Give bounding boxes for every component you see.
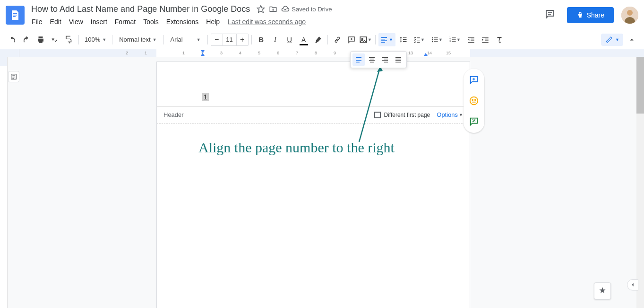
- underline-button[interactable]: U: [283, 33, 296, 46]
- separator: [207, 35, 208, 44]
- outline-toggle-button[interactable]: [8, 71, 19, 82]
- decrease-font-button[interactable]: −: [211, 34, 223, 45]
- comment-history-icon[interactable]: [541, 5, 559, 26]
- docs-home-icon[interactable]: [6, 6, 25, 25]
- align-center-button[interactable]: [366, 53, 378, 66]
- chevron-down-icon: ▼: [102, 37, 106, 42]
- separator: [251, 35, 252, 44]
- checklist-button[interactable]: ▼: [411, 33, 428, 46]
- paint-format-button[interactable]: [62, 33, 76, 46]
- insert-link-button[interactable]: [331, 33, 344, 46]
- menu-insert[interactable]: Insert: [87, 16, 111, 27]
- svg-rect-2: [13, 16, 16, 17]
- svg-point-80: [475, 99, 476, 100]
- svg-rect-68: [382, 57, 388, 58]
- explore-button[interactable]: [594, 282, 611, 299]
- svg-rect-30: [471, 38, 474, 39]
- avatar[interactable]: [621, 7, 638, 24]
- italic-button[interactable]: I: [269, 33, 282, 46]
- menu-tools[interactable]: Tools: [140, 16, 162, 27]
- svg-text:2: 2: [126, 51, 128, 55]
- menu-file[interactable]: File: [28, 16, 46, 27]
- page: 1 Header Different first page Options ▼: [156, 62, 470, 308]
- print-button[interactable]: [34, 33, 47, 46]
- menu-edit[interactable]: Edit: [47, 16, 65, 27]
- svg-rect-35: [485, 40, 489, 41]
- svg-text:3: 3: [449, 40, 451, 43]
- chevron-down-icon: ▼: [153, 37, 157, 42]
- zoom-select[interactable]: 100%▼: [82, 34, 109, 45]
- star-icon[interactable]: [257, 5, 265, 13]
- decrease-indent-button[interactable]: [464, 33, 478, 46]
- titlebar: How to Add Last Name and Page Number in …: [0, 0, 644, 30]
- align-right-button[interactable]: [379, 53, 391, 66]
- svg-rect-67: [370, 62, 374, 62]
- svg-rect-34: [485, 38, 489, 39]
- header-area[interactable]: 1: [157, 62, 470, 106]
- editing-mode-button[interactable]: ▼: [601, 34, 623, 46]
- font-size-input[interactable]: [223, 34, 237, 45]
- increase-indent-button[interactable]: [479, 33, 492, 46]
- side-panel-expand-button[interactable]: [627, 279, 638, 290]
- align-justify-button[interactable]: [392, 53, 404, 66]
- title-section: How to Add Last Name and Page Number in …: [28, 3, 541, 27]
- last-edit-link[interactable]: Last edit was seconds ago: [228, 18, 306, 26]
- header-options-dropdown[interactable]: Options ▼: [437, 111, 463, 118]
- saved-status-text: Saved to Drive: [292, 6, 332, 13]
- header-options-bar: Header Different first page Options ▼: [157, 106, 470, 123]
- svg-rect-14: [381, 39, 385, 39]
- document-canvas[interactable]: 1 Header Different first page Options ▼: [19, 57, 644, 308]
- highlight-button[interactable]: [311, 33, 325, 46]
- svg-rect-0: [13, 13, 17, 14]
- suggest-edits-tool[interactable]: [467, 115, 481, 128]
- svg-rect-61: [356, 57, 361, 58]
- bold-button[interactable]: B: [255, 33, 268, 46]
- spellcheck-button[interactable]: [48, 33, 61, 46]
- separator: [112, 35, 112, 44]
- align-button[interactable]: ▼: [378, 33, 395, 46]
- svg-text:14: 14: [427, 51, 432, 55]
- undo-button[interactable]: [6, 33, 19, 46]
- svg-point-12: [361, 38, 363, 40]
- menu-format[interactable]: Format: [112, 16, 139, 27]
- align-left-button[interactable]: [352, 53, 365, 66]
- font-select[interactable]: Arial▼: [167, 34, 205, 45]
- collapse-toolbar-button[interactable]: [625, 33, 638, 46]
- menu-view[interactable]: View: [66, 16, 86, 27]
- share-button[interactable]: Share: [567, 7, 614, 23]
- line-spacing-button[interactable]: [396, 33, 410, 46]
- page-number[interactable]: 1: [202, 93, 209, 101]
- svg-rect-13: [381, 37, 387, 37]
- svg-rect-69: [384, 59, 388, 59]
- redo-button[interactable]: [20, 33, 33, 46]
- text-color-button[interactable]: A: [297, 33, 310, 46]
- svg-point-79: [472, 99, 473, 100]
- document-title[interactable]: How to Add Last Name and Page Number in …: [28, 3, 253, 15]
- bulleted-list-button[interactable]: ▼: [429, 33, 446, 46]
- svg-text:4: 4: [239, 51, 241, 55]
- svg-rect-62: [356, 60, 361, 61]
- add-emoji-tool[interactable]: [467, 94, 481, 107]
- add-comment-tool[interactable]: [467, 73, 481, 87]
- different-first-page-checkbox[interactable]: Different first page: [374, 112, 430, 118]
- menu-extensions[interactable]: Extensions: [163, 16, 202, 27]
- menu-help[interactable]: Help: [203, 16, 223, 27]
- svg-rect-64: [369, 57, 375, 58]
- paragraph-style-select[interactable]: Normal text▼: [115, 34, 160, 45]
- svg-text:5: 5: [258, 51, 260, 55]
- vertical-scrollbar[interactable]: [636, 57, 644, 308]
- outline-panel: [8, 57, 19, 308]
- chevron-down-icon: ▼: [438, 37, 443, 42]
- increase-font-button[interactable]: +: [237, 34, 248, 45]
- svg-point-7: [627, 10, 633, 16]
- insert-image-button[interactable]: ▼: [359, 33, 372, 46]
- vertical-ruler[interactable]: [0, 57, 8, 308]
- saved-status[interactable]: Saved to Drive: [281, 5, 332, 13]
- horizontal-ruler[interactable]: 21 123 456 789 101112 131415: [0, 49, 644, 57]
- numbered-list-button[interactable]: 123▼: [447, 33, 464, 46]
- svg-rect-74: [395, 60, 401, 61]
- clear-formatting-button[interactable]: [493, 33, 506, 46]
- scrollbar-thumb[interactable]: [636, 57, 644, 114]
- move-icon[interactable]: [269, 5, 277, 13]
- add-comment-button[interactable]: [345, 33, 358, 46]
